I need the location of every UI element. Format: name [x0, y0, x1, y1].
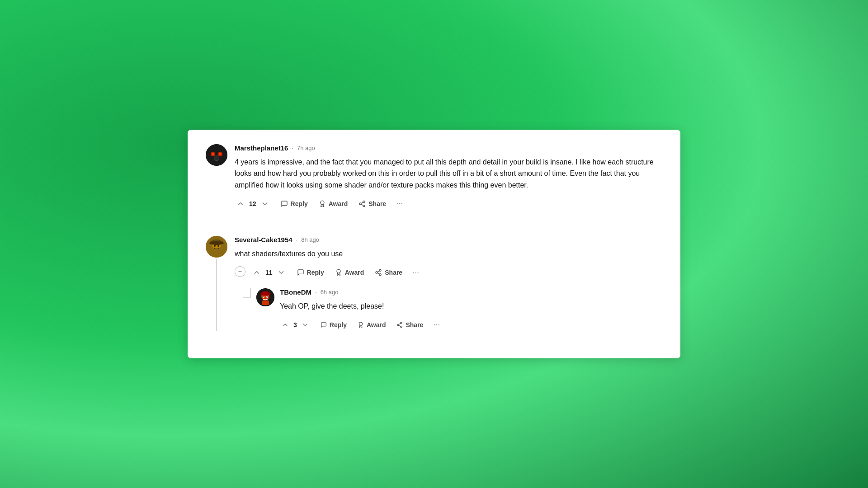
- upvote-button-2[interactable]: [251, 267, 263, 278]
- svg-point-33: [263, 296, 264, 297]
- comment-1-time: 7h ago: [297, 145, 315, 151]
- upvote-icon: [236, 200, 245, 208]
- svg-line-11: [361, 202, 363, 203]
- avatar-2: [206, 236, 227, 258]
- more-button-2[interactable]: ···: [409, 266, 423, 279]
- comment-2-body: Several-Cake1954 · 8h ago what shaders/t…: [235, 236, 662, 331]
- downvote-button-3[interactable]: [300, 319, 311, 330]
- svg-line-25: [377, 273, 380, 274]
- upvote-button-3[interactable]: [280, 319, 291, 330]
- reply-button-3[interactable]: Reply: [316, 319, 351, 331]
- minus-icon: [237, 269, 243, 274]
- svg-line-41: [399, 324, 401, 324]
- share-icon-3: [396, 322, 403, 328]
- comment-1-username: Marstheplanet16: [235, 144, 288, 152]
- divider-1: [206, 223, 662, 223]
- award-icon: [319, 200, 326, 207]
- svg-point-4: [219, 153, 222, 155]
- upvote-icon-2: [253, 268, 261, 277]
- award-icon-3: [358, 322, 364, 328]
- reply-1-sep: ·: [315, 289, 317, 296]
- reply-icon-3: [321, 322, 327, 328]
- comment-2-wrapper: Several-Cake1954 · 8h ago what shaders/t…: [206, 236, 662, 331]
- svg-rect-30: [263, 291, 268, 295]
- upvote-icon-3: [282, 321, 289, 328]
- comment-2-actions: 11 Reply: [235, 266, 662, 279]
- svg-point-17: [214, 245, 216, 247]
- reply-container: TBoneDM · 6h ago Yeah OP, give the deets…: [235, 288, 662, 332]
- comment-2-username: Several-Cake1954: [235, 236, 292, 244]
- share-button-2[interactable]: Share: [370, 266, 407, 279]
- reply-1-text: Yeah OP, give the deets, please!: [280, 300, 662, 312]
- reply-icon: [281, 200, 288, 207]
- reply-1-username: TBoneDM: [280, 288, 311, 296]
- avatar-image: [206, 144, 227, 166]
- collapse-button[interactable]: [235, 266, 245, 277]
- svg-point-3: [212, 153, 214, 155]
- reply-1-time: 6h ago: [321, 289, 339, 296]
- svg-line-40: [399, 325, 401, 326]
- comment-1-text: 4 years is impressive, and the fact that…: [235, 156, 662, 191]
- comment-2-sep: ·: [296, 236, 298, 243]
- svg-point-19: [213, 248, 220, 253]
- svg-line-26: [377, 271, 380, 272]
- svg-line-10: [361, 204, 363, 206]
- connector-vert: [250, 288, 251, 297]
- vote-section-1: 12: [235, 198, 271, 210]
- vote-count-1: 12: [249, 200, 256, 207]
- reply-button-2[interactable]: Reply: [292, 266, 329, 279]
- comment-2-header: Several-Cake1954 · 8h ago: [235, 236, 662, 244]
- avatar-2-image: [206, 236, 227, 258]
- downvote-icon: [261, 200, 269, 208]
- award-button-2[interactable]: Award: [330, 266, 369, 279]
- svg-point-18: [217, 245, 219, 247]
- comment-1-timestamp: ·: [292, 145, 293, 151]
- reply-button-1[interactable]: Reply: [276, 197, 312, 210]
- svg-point-16: [209, 241, 224, 245]
- award-button-3[interactable]: Award: [353, 319, 391, 331]
- comment-1-body: Marstheplanet16 · 7h ago 4 years is impr…: [235, 144, 662, 211]
- reply-1-actions: 3 Reply: [280, 318, 662, 331]
- award-button-1[interactable]: Award: [314, 197, 353, 210]
- svg-point-34: [267, 296, 268, 297]
- avatar-3-image: [256, 288, 274, 306]
- comment-2-left: [206, 236, 227, 331]
- comment-2-time: 8h ago: [301, 236, 319, 243]
- downvote-button-1[interactable]: [259, 198, 271, 210]
- comment-1-header: Marstheplanet16 · 7h ago: [235, 144, 662, 152]
- collapse-section: [235, 266, 245, 279]
- comment-1: Marstheplanet16 · 7h ago 4 years is impr…: [206, 144, 662, 211]
- reply-icon-2: [297, 269, 304, 276]
- award-icon-2: [335, 269, 342, 276]
- comment-1-actions: 12 Reply: [235, 197, 662, 210]
- avatar-3: [256, 288, 274, 306]
- connector-horiz: [243, 297, 251, 298]
- share-icon-2: [375, 269, 382, 276]
- downvote-button-2[interactable]: [275, 267, 287, 278]
- share-icon: [359, 200, 366, 207]
- vote-count-3: 3: [293, 321, 297, 328]
- share-button-3[interactable]: Share: [392, 319, 428, 331]
- comments-card: Marstheplanet16 · 7h ago 4 years is impr…: [188, 130, 680, 359]
- vote-section-3: 3: [280, 319, 311, 330]
- thread-line: [216, 259, 217, 331]
- reply-1-header: TBoneDM · 6h ago: [280, 288, 662, 296]
- svg-rect-35: [262, 300, 269, 305]
- upvote-button-1[interactable]: [235, 198, 246, 210]
- downvote-icon-2: [277, 268, 285, 277]
- vote-count-2: 11: [265, 269, 273, 276]
- share-button-1[interactable]: Share: [354, 197, 391, 210]
- more-button-3[interactable]: ···: [429, 318, 443, 331]
- comment-2-text: what shaders/textures do you use: [235, 248, 662, 260]
- connector: [242, 288, 251, 332]
- more-button-1[interactable]: ···: [392, 197, 406, 210]
- reply-1-body: TBoneDM · 6h ago Yeah OP, give the deets…: [280, 288, 662, 332]
- vote-section-2: 11: [251, 267, 287, 278]
- downvote-icon-3: [302, 321, 309, 328]
- avatar: [206, 144, 227, 166]
